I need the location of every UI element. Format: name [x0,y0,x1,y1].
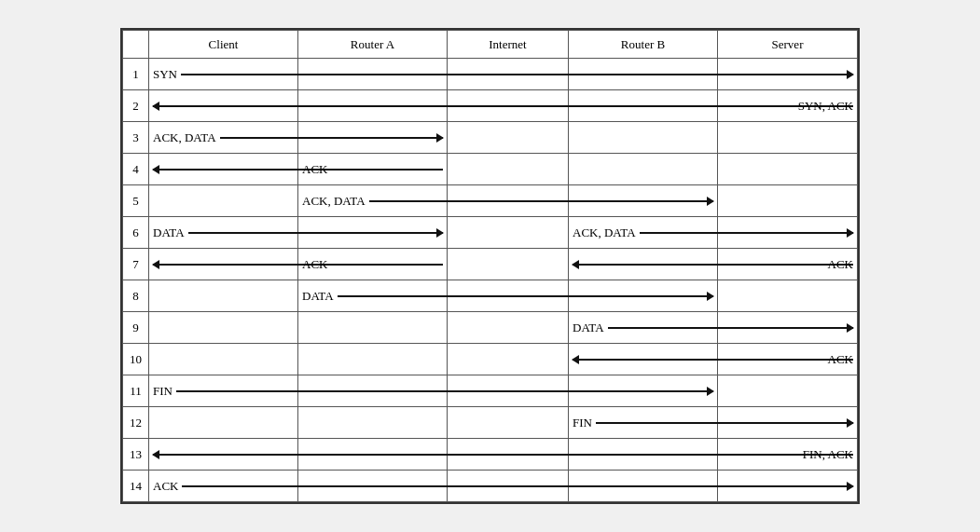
row-server [718,375,858,407]
row-server: ACK [718,249,858,280]
header-routerA: Router A [298,31,448,59]
row-server [718,471,858,502]
row-server [718,407,858,439]
row-routerA [298,439,448,471]
row-routerA: ACK [298,154,448,185]
row-internet [448,344,569,375]
header-routerB: Router B [569,31,718,59]
row-routerA [298,312,448,344]
row-internet [448,249,569,280]
row-server [718,312,858,344]
row-num: 8 [123,280,149,312]
row-client: ACK, DATA [149,122,298,154]
row-routerA: DATA [298,280,448,312]
row-routerB: DATA [569,312,718,344]
row-internet [448,154,569,185]
header-server: Server [718,31,858,59]
row-routerB [569,122,718,154]
row-client [149,154,298,185]
row-routerA: ACK [298,249,448,280]
row-num: 13 [123,439,149,471]
row-routerB [569,375,718,407]
row-num: 5 [123,185,149,217]
row-client: ACK [149,471,298,502]
row-client [149,185,298,217]
row-server [718,154,858,185]
row-routerB [569,90,718,122]
table-row: 7 ACK [123,249,858,280]
row-server: SYN, ACK [718,90,858,122]
row-internet [448,90,569,122]
row-internet [448,280,569,312]
row-routerA [298,122,448,154]
row-num: 4 [123,154,149,185]
row-client [149,280,298,312]
row-routerB [569,59,718,90]
row-routerA [298,471,448,502]
table-row: 1 SYN [123,59,858,90]
row-routerA [298,59,448,90]
row-internet [448,407,569,439]
row-routerB [569,185,718,217]
row-server [718,280,858,312]
row-client [149,312,298,344]
row-routerB [569,439,718,471]
row-server [718,122,858,154]
row-client: FIN [149,375,298,407]
table-row: 10 ACK [123,344,858,375]
row-routerB: FIN [569,407,718,439]
network-diagram: Client Router A Internet Router B Server… [120,28,860,504]
table-row: 13 FIN, ACK [123,439,858,471]
row-num: 12 [123,407,149,439]
table-row: 4 ACK [123,154,858,185]
row-routerA: ACK, DATA [298,185,448,217]
row-server: ACK [718,344,858,375]
row-num: 7 [123,249,149,280]
row-routerB [569,471,718,502]
row-num: 2 [123,90,149,122]
row-routerA [298,344,448,375]
row-internet [448,59,569,90]
row-client [149,407,298,439]
row-routerB: ACK, DATA [569,217,718,249]
row-server [718,217,858,249]
row-num: 11 [123,375,149,407]
row-internet [448,375,569,407]
row-routerB [569,280,718,312]
row-client [149,249,298,280]
row-routerB [569,154,718,185]
row-internet [448,185,569,217]
row-client [149,344,298,375]
table-row: 2 SYN, ACK [123,90,858,122]
header-internet: Internet [448,31,569,59]
table-row: 9 DATA [123,312,858,344]
row-routerA [298,375,448,407]
table-row: 12 FIN [123,407,858,439]
row-routerB [569,249,718,280]
table-row: 5 ACK, DATA [123,185,858,217]
table-row: 6 DATA ACK, DATA [123,217,858,249]
row-num: 1 [123,59,149,90]
row-internet [448,312,569,344]
table-row: 8 DATA [123,280,858,312]
row-num: 14 [123,471,149,502]
row-internet [448,122,569,154]
table-row: 11 FIN [123,375,858,407]
row-internet [448,471,569,502]
row-num: 9 [123,312,149,344]
row-num: 3 [123,122,149,154]
row-routerB [569,344,718,375]
header-client: Client [149,31,298,59]
row-server: FIN, ACK [718,439,858,471]
row-server [718,185,858,217]
table-row: 3 ACK, DATA [123,122,858,154]
row-routerA [298,217,448,249]
table-row: 14 ACK [123,471,858,502]
row-routerA [298,90,448,122]
row-client [149,439,298,471]
row-num: 10 [123,344,149,375]
row-num: 6 [123,217,149,249]
row-client [149,90,298,122]
row-client: SYN [149,59,298,90]
header-num [123,31,149,59]
